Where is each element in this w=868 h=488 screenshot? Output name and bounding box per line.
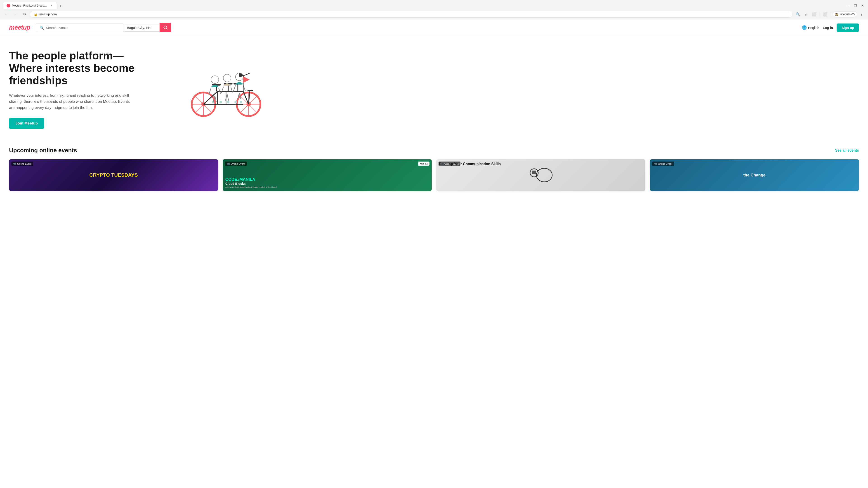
join-meetup-button[interactable]: Join Meetup [9,118,44,129]
hero-section: The people platform—Where interests beco… [0,36,316,138]
event-badge-label-2: Online Event [231,162,245,165]
address-lock-icon: 🔒 [34,12,37,16]
event-card-4[interactable]: 📹 Online Event the Change [650,159,859,191]
event-card-2[interactable]: 📹 Online Event Mar 12 CODE./manila Cloud… [223,159,432,191]
code-manila-group: CODE./manila [225,177,277,182]
hero-bicycle-illustration [183,58,269,121]
tab-favicon [6,4,10,7]
event-thumbnail-4: 📹 Online Event the Change [650,159,859,191]
address-url: meetup.com [39,12,57,16]
change-title: the Change [741,170,768,180]
bookmark-button[interactable]: ☆ [802,11,810,18]
globe-icon: 🌐 [802,25,807,30]
svg-point-16 [227,101,229,103]
code-manila-content: CODE./manila Cloud Blocks An online stud… [225,177,277,188]
toolbar-separator [819,12,820,17]
hero-description: Whatever your interest, from hiking and … [9,92,135,111]
event-thumbnail-3: 📹 Online Event Develop Your Communicatio… [436,159,645,191]
svg-point-33 [211,76,219,84]
browser-search-button[interactable]: 🔍 [794,11,802,18]
language-selector[interactable]: 🌐 English [802,25,819,30]
cloud-blocks-title: Cloud Blocks [225,182,277,186]
svg-line-44 [233,85,236,91]
login-button[interactable]: Log in [823,26,833,30]
video-icon-1: 📹 [13,162,16,165]
event-thumbnail-1: 📹 Online Event CRYPTO TUESDAYS [9,159,218,191]
close-button[interactable]: ✕ [860,3,865,8]
address-bar[interactable]: 🔒 meetup.com [30,11,793,18]
forward-button[interactable]: → [12,11,19,18]
back-button[interactable]: ← [3,11,10,18]
search-input-wrapper[interactable]: 🔍 [36,24,123,32]
svg-point-38 [223,74,231,82]
event-badge-label-4: Online Event [658,162,672,165]
events-section-title: Upcoming online events [9,147,77,154]
logo[interactable]: meetup [9,24,30,31]
event-badge-4: 📹 Online Event [652,162,674,166]
hero-title: The people platform—Where interests beco… [9,50,135,87]
header-actions: 🌐 English Log in Sign up [802,24,859,32]
minimize-button[interactable]: ─ [845,3,851,8]
event-thumbnail-2: 📹 Online Event Mar 12 CODE./manila Cloud… [223,159,432,191]
event-date-badge-2: Mar 12 [418,162,430,166]
location-input-wrapper[interactable]: Baguio City, PH [123,24,160,32]
search-icon: 🔍 [39,26,44,30]
incognito-badge[interactable]: 🕵 Incognito (2) [833,11,857,17]
window-controls: ─ ❐ ✕ [845,3,865,8]
signup-button[interactable]: Sign up [837,24,859,32]
svg-point-17 [235,101,237,103]
site-header: meetup 🔍 Baguio City, PH 🌐 English [0,20,868,36]
extensions-button[interactable]: ⬜ [811,11,818,18]
tab-close-button[interactable]: × [50,4,53,7]
search-button-icon [163,25,168,30]
svg-point-15 [219,101,222,103]
svg-rect-52 [532,170,536,174]
svg-line-1 [166,29,167,29]
maximize-button[interactable]: ❐ [852,3,858,8]
svg-line-45 [243,85,246,91]
hero-content: The people platform—Where interests beco… [9,50,135,129]
event-card-1[interactable]: 📹 Online Event CRYPTO TUESDAYS [9,159,218,191]
active-tab[interactable]: Meetup | Find Local Groups, Ev... × [3,2,57,9]
events-grid: 📹 Online Event CRYPTO TUESDAYS 📹 Online … [9,159,859,191]
cloud-blocks-desc: An online study session about topics rel… [225,186,277,188]
split-view-button[interactable]: ⬜ [822,11,829,18]
toolbar-actions: 🔍 ☆ ⬜ ⬜ 🕵 Incognito (2) ⋮ [794,11,865,18]
browser-chrome: Meetup | Find Local Groups, Ev... × + ─ … [0,0,868,20]
video-icon-2: 📹 [227,162,230,165]
event-card-3[interactable]: 📹 Online Event Develop Your Communicatio… [436,159,645,191]
see-all-events-link[interactable]: See all events [835,149,859,153]
incognito-label: Incognito (2) [839,13,855,16]
svg-point-50 [536,168,552,182]
hero-illustration [145,58,307,121]
browser-toolbar: ← → ↻ 🔒 meetup.com 🔍 ☆ ⬜ ⬜ 🕵 Incognito (… [0,9,868,20]
events-section: Upcoming online events See all events 📹 … [0,138,868,195]
incognito-icon: 🕵 [835,13,839,16]
svg-line-42 [227,94,229,101]
more-options-button[interactable]: ⋮ [858,11,865,18]
svg-marker-49 [243,76,250,83]
crypto-card-content: CRYPTO TUESDAYS [89,172,138,178]
video-icon-4: 📹 [654,162,657,165]
communication-title: Develop Your Communication Skills [436,159,503,169]
logo-text: meetup [9,24,30,31]
svg-line-39 [221,87,223,93]
communication-illustration [527,164,555,186]
search-input[interactable] [46,26,120,30]
location-value: Baguio City, PH [127,26,151,30]
events-header: Upcoming online events See all events [9,147,859,154]
event-badge-1: 📹 Online Event [11,162,33,166]
toolbar-separator-2 [831,12,831,17]
refresh-button[interactable]: ↻ [21,11,28,18]
language-label: English [808,26,819,30]
search-button[interactable] [160,23,171,32]
event-badge-label-1: Online Event [17,162,31,165]
search-bar: 🔍 Baguio City, PH [36,23,171,32]
event-badge-2: 📹 Online Event [225,162,247,166]
svg-point-18 [240,101,242,103]
new-tab-button[interactable]: + [57,3,64,9]
browser-titlebar: Meetup | Find Local Groups, Ev... × + ─ … [0,0,868,9]
crypto-title: CRYPTO TUESDAYS [89,172,138,178]
site-content: meetup 🔍 Baguio City, PH 🌐 English [0,20,868,195]
tab-title: Meetup | Find Local Groups, Ev... [12,4,48,7]
